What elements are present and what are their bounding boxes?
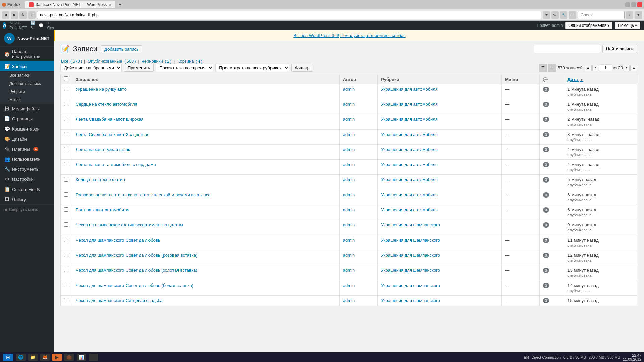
- topbar-site-name[interactable]: Nova-Print.NET: [9, 21, 27, 30]
- author-link[interactable]: admin: [343, 268, 355, 273]
- author-link[interactable]: admin: [343, 192, 355, 197]
- wp-logo[interactable]: W: [3, 22, 6, 29]
- row-checkbox[interactable]: [64, 192, 68, 197]
- topbar-update[interactable]: 🔄 5: [30, 21, 35, 30]
- sidebar-item-dashboard[interactable]: 🏠 Панельинструментов: [0, 47, 54, 61]
- post-title-link[interactable]: Чехол для шампанского Совет да любовь: [76, 238, 160, 243]
- filter-all-link[interactable]: Все (570): [60, 59, 83, 64]
- category-link[interactable]: Украшения для автомобиля: [381, 192, 438, 197]
- tab-close-btn[interactable]: ✕: [109, 3, 111, 7]
- sidebar-item-comments[interactable]: 💬 Комментарии: [0, 124, 54, 134]
- row-checkbox[interactable]: [64, 147, 68, 151]
- post-title-link[interactable]: Лента Свадьба на капот широкая: [76, 117, 143, 122]
- sidebar-collapse-btn[interactable]: ◀ Свернуть меню: [0, 204, 54, 215]
- author-link[interactable]: admin: [343, 102, 355, 107]
- author-link[interactable]: admin: [343, 177, 355, 182]
- filter-apply-btn[interactable]: Фильтр: [291, 64, 313, 72]
- folder-btn[interactable]: 📁: [28, 354, 38, 361]
- add-new-post-btn[interactable]: Добавить запись: [101, 45, 142, 53]
- grid-view-btn[interactable]: ⊞: [548, 64, 556, 72]
- row-checkbox[interactable]: [64, 132, 68, 136]
- list-view-btn[interactable]: ☰: [539, 64, 547, 72]
- update-link1[interactable]: Вышел WordPress 3.6!: [293, 33, 339, 38]
- row-checkbox[interactable]: [64, 177, 68, 182]
- app1-btn[interactable]: ▶: [52, 354, 62, 361]
- next-page-btn[interactable]: ›: [624, 65, 630, 71]
- row-checkbox[interactable]: [64, 207, 68, 212]
- post-title-link[interactable]: Чехол для шампанского Ситцевая свадьба: [76, 298, 163, 303]
- category-link[interactable]: Украшения для шампанского: [381, 222, 440, 227]
- post-title-link[interactable]: Чехол на шампанское фатин ассортимент по…: [76, 222, 183, 227]
- sidebar-item-pages[interactable]: 📄 Страницы: [0, 114, 54, 124]
- app4-btn[interactable]: 🗂: [89, 354, 98, 361]
- start-btn[interactable]: ⊞: [3, 354, 13, 361]
- category-link[interactable]: Украшения для автомобиля: [381, 132, 438, 137]
- browser-tab[interactable]: Записи • Nova-Print.NET — WordPress ✕: [25, 1, 115, 8]
- browser-search-input[interactable]: [578, 11, 625, 19]
- author-link[interactable]: admin: [343, 132, 355, 137]
- address-bar[interactable]: [37, 11, 541, 19]
- category-link[interactable]: Украшения для автомобиля: [381, 87, 438, 92]
- addon-btn[interactable]: 🔧: [560, 11, 567, 19]
- post-title-link[interactable]: Чехол для шампанского Совет да любовь (б…: [76, 283, 193, 288]
- topbar-create[interactable]: + Создать: [47, 21, 54, 30]
- app3-btn[interactable]: 📊: [77, 354, 86, 361]
- category-link[interactable]: Украшения для автомобиля: [381, 162, 438, 167]
- category-link[interactable]: Украшения для автомобиля: [381, 117, 438, 122]
- select-all-checkbox[interactable]: [64, 76, 68, 81]
- author-link[interactable]: admin: [343, 298, 355, 303]
- home-btn[interactable]: ⌂: [28, 11, 36, 19]
- topbar-comments[interactable]: 💬: [39, 23, 44, 28]
- author-link[interactable]: admin: [343, 87, 355, 92]
- back-btn[interactable]: ◀: [2, 11, 9, 19]
- ff-btn[interactable]: 🦊: [40, 354, 50, 361]
- author-link[interactable]: admin: [343, 283, 355, 288]
- category-link[interactable]: Украшения для шампанского: [381, 298, 440, 303]
- row-checkbox[interactable]: [64, 283, 68, 287]
- update-link2[interactable]: Пожалуйста, обновитесь сейчас: [340, 33, 406, 38]
- prev-page-btn[interactable]: ‹: [592, 65, 598, 71]
- row-checkbox[interactable]: [64, 87, 68, 91]
- col-date[interactable]: Дата ▼: [564, 74, 637, 84]
- category-link[interactable]: Украшения для автомобиля: [381, 177, 438, 182]
- row-checkbox[interactable]: [64, 162, 68, 166]
- author-link[interactable]: admin: [343, 207, 355, 212]
- post-title-link[interactable]: Чехол для шампанского Совет да любовь (з…: [76, 268, 197, 273]
- sidebar-item-users[interactable]: 👥 Пользователи: [0, 154, 54, 164]
- help-btn[interactable]: Помощь ▾: [615, 22, 640, 29]
- shield-btn[interactable]: 🛡: [551, 11, 559, 19]
- sidebar-item-settings[interactable]: ⚙ Настройки: [0, 174, 54, 184]
- sidebar-item-posts[interactable]: 📝 Записи: [0, 61, 54, 71]
- category-link[interactable]: Украшения для автомобиля: [381, 102, 438, 107]
- post-title-link[interactable]: Гофрированная лента на капот авто с плен…: [76, 192, 210, 197]
- bulk-apply-btn[interactable]: Применить: [124, 64, 154, 72]
- display-options-btn[interactable]: Опции отображения ▾: [565, 22, 612, 29]
- row-checkbox[interactable]: [64, 117, 68, 121]
- row-checkbox[interactable]: [64, 253, 68, 257]
- sidebar-subitem-all-posts[interactable]: Все записи: [0, 71, 54, 80]
- filter-published-link[interactable]: Опубликованные (568): [87, 59, 137, 64]
- more-btn[interactable]: ▼: [635, 11, 642, 19]
- category-link[interactable]: Украшения для шампанского: [381, 253, 440, 258]
- sidebar-subitem-add-post[interactable]: Добавить запись: [0, 80, 54, 88]
- row-checkbox[interactable]: [64, 298, 68, 302]
- row-checkbox[interactable]: [64, 268, 68, 272]
- ie-btn[interactable]: 🌐: [16, 354, 26, 361]
- sidebar-item-tools[interactable]: 🔧 Инструменты: [0, 164, 54, 174]
- date-sort-link[interactable]: Дата ▼: [567, 77, 583, 82]
- author-link[interactable]: admin: [343, 222, 355, 227]
- category-link[interactable]: Украшения для шампанского: [381, 268, 440, 273]
- category-filter-select[interactable]: Просмотреть во всех рубриках: [215, 64, 289, 72]
- sidebar-subitem-tags[interactable]: Метки: [0, 96, 54, 104]
- sidebar-item-gallery[interactable]: 🖼 Gallery: [0, 194, 54, 204]
- filter-trash-link[interactable]: Корзина (4): [177, 59, 202, 64]
- post-search-btn[interactable]: Найти записи: [602, 45, 637, 53]
- sidebar-item-design[interactable]: 🎨 Дизайн: [0, 134, 54, 144]
- row-checkbox[interactable]: [64, 222, 68, 227]
- post-title-link[interactable]: Кольца на стекло фатин: [76, 177, 125, 182]
- maximize-btn[interactable]: [631, 2, 636, 7]
- close-btn[interactable]: [637, 2, 642, 7]
- last-page-btn[interactable]: »: [630, 65, 637, 71]
- post-title-link[interactable]: Чехол для шампанского Совет да любовь (р…: [76, 253, 197, 258]
- post-title-link[interactable]: Лента на капот автомобиля с сердцами: [76, 162, 156, 167]
